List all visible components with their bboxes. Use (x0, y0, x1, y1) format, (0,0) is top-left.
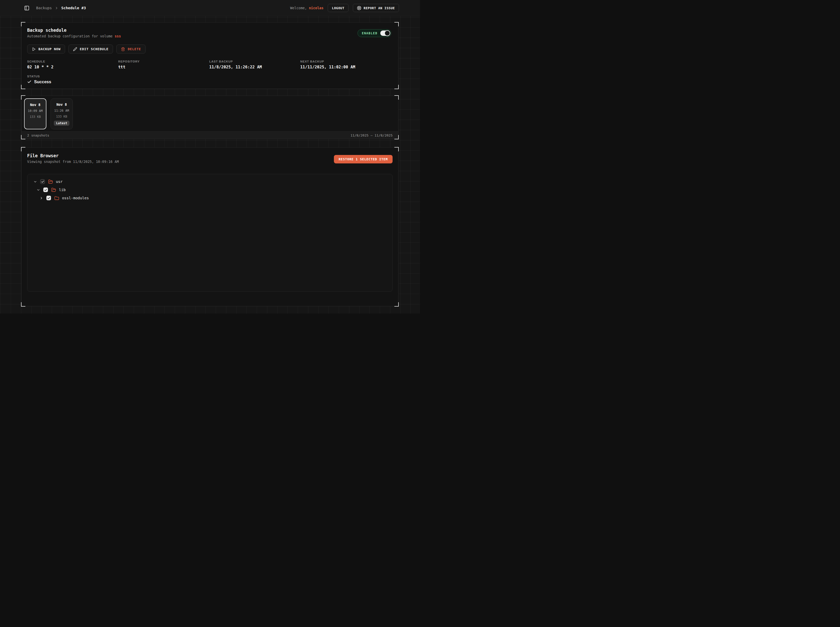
volume-name: sss (115, 34, 121, 38)
main-content: Backup schedule Automated backup configu… (0, 16, 420, 306)
frame-corner (21, 147, 25, 151)
tree-item-name[interactable]: usr (56, 180, 63, 184)
checkbox-checked[interactable] (43, 187, 48, 192)
logout-button[interactable]: LOGOUT (328, 4, 349, 12)
file-tree: usr lib (27, 174, 393, 292)
breadcrumb: Backups Schedule #3 (36, 6, 86, 10)
subtitle-prefix: Automated backup configuration for volum… (27, 34, 115, 38)
field-value: ttt (118, 65, 209, 69)
page: Backups Schedule #3 Welcome, nicolas LOG… (0, 0, 420, 314)
checkbox-checked[interactable] (40, 179, 45, 184)
toggle-knob (384, 30, 390, 36)
folder-open-icon (51, 187, 56, 192)
restore-label: RESTORE 1 SELECTED ITEM (339, 157, 388, 161)
frame-corner (21, 85, 25, 89)
chevron-down-icon[interactable] (36, 188, 40, 192)
breadcrumb-current: Schedule #3 (61, 6, 86, 10)
logout-label: LOGOUT (332, 6, 344, 10)
field-last-backup: LAST BACKUP 11/8/2025, 11:26:22 AM (209, 60, 300, 69)
action-buttons-row: BACKUP NOW EDIT SCHEDULE DELETE (27, 44, 391, 54)
field-next-backup: NEXT BACKUP 11/11/2025, 11:02:00 AM (300, 60, 391, 69)
file-browser-header-text: File Browser Viewing snapshot from 11/8/… (27, 153, 119, 164)
schedule-fields: SCHEDULE 02 10 * * 2 REPOSITORY ttt LAST… (27, 60, 391, 69)
welcome-text: Welcome, nicolas (290, 6, 324, 10)
frame-corner (395, 22, 399, 27)
status-value: Success (27, 79, 391, 84)
enabled-toggle-pill[interactable]: ENABLED (357, 29, 391, 37)
file-browser-panel: File Browser Viewing snapshot from 11/8/… (21, 147, 398, 306)
report-issue-label: REPORT AN ISSUE (364, 6, 395, 10)
folder-open-icon (48, 179, 53, 184)
snapshot-size: 133 KB (30, 115, 41, 118)
field-label: REPOSITORY (118, 60, 209, 63)
tree-item-name[interactable]: lib (59, 188, 66, 192)
file-browser-subtitle: Viewing snapshot from 11/8/2025, 10:09:1… (27, 159, 119, 164)
tree-row-ossl-modules[interactable]: ossl-modules (31, 194, 389, 202)
topbar-right: Welcome, nicolas LOGOUT REPORT AN ISSUE (290, 4, 399, 12)
enabled-label: ENABLED (362, 32, 377, 35)
snapshot-time: 11:26 AM (54, 109, 69, 112)
edit-schedule-label: EDIT SCHEDULE (80, 47, 108, 51)
chevron-right-icon[interactable] (39, 196, 43, 200)
trash-icon (121, 47, 125, 51)
status-label: STATUS (27, 75, 391, 78)
breadcrumb-section[interactable]: Backups (36, 6, 52, 10)
backup-now-label: BACKUP NOW (38, 47, 60, 51)
chevron-right-icon (55, 6, 58, 10)
field-schedule: SCHEDULE 02 10 * * 2 (27, 60, 118, 69)
snapshot-count: 2 snapshots (27, 134, 49, 137)
enabled-toggle-switch[interactable] (380, 30, 390, 36)
field-value: 02 10 * * 2 (27, 65, 118, 69)
latest-badge: Latest (54, 121, 69, 126)
panel-title: Backup schedule (27, 28, 121, 33)
check-icon (27, 80, 32, 84)
frame-corner (21, 95, 25, 100)
edit-schedule-button[interactable]: EDIT SCHEDULE (68, 44, 113, 54)
field-repository: REPOSITORY ttt (118, 60, 209, 69)
folder-icon (54, 196, 59, 200)
lifebuoy-icon (357, 6, 361, 10)
field-label: SCHEDULE (27, 60, 118, 63)
schedule-header: Backup schedule Automated backup configu… (27, 28, 391, 38)
backup-now-button[interactable]: BACKUP NOW (27, 44, 65, 54)
snapshot-card[interactable]: Nov 8 11:26 AM 133 KB Latest (51, 98, 73, 129)
frame-corner (395, 135, 399, 139)
pencil-icon (73, 47, 77, 51)
frame-corner (395, 302, 399, 307)
top-bar: Backups Schedule #3 Welcome, nicolas LOG… (0, 0, 420, 16)
status-text: Success (34, 79, 51, 84)
play-icon (32, 47, 36, 51)
file-browser-title: File Browser (27, 153, 119, 158)
field-label: NEXT BACKUP (300, 60, 391, 63)
sidebar-toggle-button[interactable] (24, 5, 30, 11)
tree-row-usr[interactable]: usr (31, 178, 389, 186)
welcome-prefix: Welcome, (290, 6, 307, 10)
restore-button[interactable]: RESTORE 1 SELECTED ITEM (334, 155, 393, 164)
snapshot-date-range: 11/8/2025 – 11/8/2025 (351, 134, 393, 137)
delete-button[interactable]: DELETE (116, 44, 145, 54)
report-issue-button[interactable]: REPORT AN ISSUE (353, 4, 399, 12)
panel-left-icon (24, 5, 30, 11)
snapshot-date: Nov 8 (56, 102, 67, 107)
frame-corner (21, 302, 25, 307)
frame-corner (21, 22, 25, 27)
backup-schedule-panel: Backup schedule Automated backup configu… (21, 22, 398, 89)
snapshot-date: Nov 8 (30, 103, 41, 107)
tree-item-name[interactable]: ossl-modules (62, 196, 89, 200)
snapshot-card-selected[interactable]: Nov 8 10:09 AM 133 KB (24, 98, 46, 129)
field-value: 11/8/2025, 11:26:22 AM (209, 65, 300, 69)
frame-corner (395, 147, 399, 151)
frame-corner (395, 85, 399, 89)
snapshot-cards-row: Nov 8 10:09 AM 133 KB Nov 8 11:26 AM 133… (22, 96, 398, 131)
schedule-header-text: Backup schedule Automated backup configu… (27, 28, 121, 38)
snapshot-time: 10:09 AM (28, 109, 43, 113)
snapshot-size: 133 KB (56, 115, 67, 118)
field-label: LAST BACKUP (209, 60, 300, 63)
status-block: STATUS Success (27, 75, 391, 84)
chevron-down-icon[interactable] (33, 180, 37, 184)
panel-subtitle: Automated backup configuration for volum… (27, 34, 121, 38)
checkbox-checked[interactable] (46, 196, 51, 200)
delete-label: DELETE (128, 47, 141, 51)
tree-row-lib[interactable]: lib (31, 186, 389, 194)
snapshots-panel: Nov 8 10:09 AM 133 KB Nov 8 11:26 AM 133… (21, 96, 398, 139)
